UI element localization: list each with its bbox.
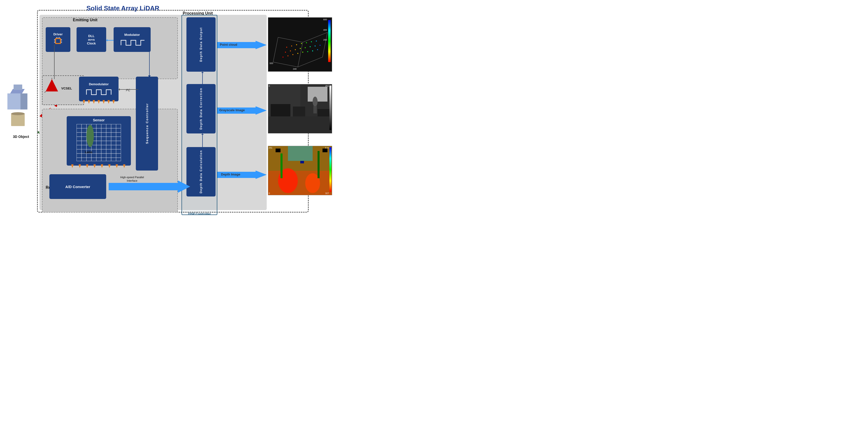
svg-point-40 bbox=[292, 54, 293, 55]
vcsel-line-bot bbox=[44, 91, 46, 93]
cylinder-top bbox=[11, 112, 25, 115]
adc-to-dsp-arrow bbox=[108, 180, 190, 193]
cylinder-body bbox=[11, 114, 25, 126]
axis-label-200: 200 bbox=[323, 38, 327, 41]
sensor-label: Sensor bbox=[93, 118, 104, 122]
demodulator-content: Demodulator bbox=[85, 82, 112, 96]
dsp-internal-arrows2 bbox=[199, 134, 206, 148]
box-side bbox=[21, 93, 27, 110]
sensor-block: Sensor bbox=[67, 116, 131, 166]
driver-vcsel-line bbox=[53, 45, 56, 79]
depth-correction-block: Depth Data Correction bbox=[186, 84, 216, 134]
oa2 bbox=[88, 100, 90, 104]
grayscale-colorbar bbox=[330, 86, 331, 130]
adc-label: A/D Converter bbox=[65, 184, 90, 189]
oa1 bbox=[83, 100, 85, 104]
main-container: Solid State Array LiDAR 3D Object bbox=[2, 2, 432, 214]
demodulator-label: Demodulator bbox=[89, 82, 108, 86]
depth-correction-label: Depth Data Correction bbox=[199, 88, 203, 129]
dsp-internal-arrows bbox=[199, 72, 206, 87]
axis-label-600: 600 bbox=[323, 18, 327, 21]
svg-rect-76 bbox=[281, 153, 282, 178]
lens-shape bbox=[87, 125, 94, 147]
svg-point-50 bbox=[305, 47, 306, 48]
svg-rect-79 bbox=[322, 148, 328, 152]
svg-point-55 bbox=[291, 46, 292, 47]
depth-image-label: Depth Image bbox=[221, 173, 240, 176]
svg-line-37 bbox=[298, 42, 303, 67]
depth-calc-block: Depth Data Calculation bbox=[186, 147, 216, 197]
dll-label: DLL m+n Clock bbox=[87, 34, 96, 45]
sa8 bbox=[123, 164, 125, 168]
depth-label-251: 251 bbox=[269, 147, 272, 149]
depth-calc-label: Depth Data Calculation bbox=[199, 150, 203, 193]
driver-label: Driver bbox=[53, 32, 63, 36]
oa6 bbox=[107, 100, 110, 104]
i2c-arrow bbox=[119, 87, 138, 93]
svg-point-38 bbox=[282, 57, 283, 58]
modulator-label: Modulator bbox=[124, 33, 140, 36]
svg-point-43 bbox=[307, 51, 308, 52]
depth-label-5m: 5 m bbox=[325, 147, 329, 149]
svg-point-47 bbox=[290, 51, 291, 51]
oa5 bbox=[102, 100, 105, 104]
depth-label-0bot: 0 bbox=[269, 192, 270, 195]
svg-rect-65 bbox=[308, 87, 328, 102]
gray-label-0: 0 bbox=[269, 85, 270, 87]
svg-point-52 bbox=[315, 46, 316, 47]
svg-point-46 bbox=[285, 52, 286, 53]
svg-rect-70 bbox=[313, 106, 317, 113]
depth-output-label: Depth Data Output bbox=[199, 27, 203, 62]
depth-svg bbox=[268, 146, 332, 195]
lens-label: Lens bbox=[85, 150, 92, 154]
sa6 bbox=[108, 164, 111, 168]
svg-point-69 bbox=[313, 97, 317, 107]
svg-point-44 bbox=[312, 51, 313, 51]
driver-block: Driver bbox=[46, 27, 70, 52]
svg-point-60 bbox=[316, 40, 317, 41]
up-arrow-2 bbox=[201, 134, 204, 135]
sa1 bbox=[71, 164, 73, 168]
small-box bbox=[13, 85, 22, 90]
svg-point-45 bbox=[317, 49, 318, 50]
svg-point-58 bbox=[306, 42, 307, 43]
sa4 bbox=[93, 164, 96, 168]
green-arrow-8 bbox=[37, 131, 39, 134]
orange-arrows-demod-sensor bbox=[79, 100, 119, 117]
box-front bbox=[7, 93, 21, 110]
svg-point-39 bbox=[287, 55, 288, 56]
sequence-controller-block: Sequence Controller bbox=[136, 77, 158, 171]
svg-point-42 bbox=[302, 52, 303, 53]
svg-line-33 bbox=[322, 32, 328, 57]
svg-rect-80 bbox=[300, 161, 304, 163]
big-arrow-shape bbox=[108, 180, 190, 193]
sa7 bbox=[116, 164, 118, 168]
axis-label-400: 400 bbox=[323, 29, 327, 31]
adc-block: A/D Converter bbox=[50, 174, 106, 199]
svg-point-54 bbox=[286, 47, 287, 48]
mod-to-demod-arrow bbox=[146, 51, 153, 78]
svg-rect-66 bbox=[271, 104, 290, 116]
svg-line-34 bbox=[273, 37, 278, 62]
depth-image: 5 m 251 0 327 bbox=[268, 146, 332, 195]
vcsel-symbol bbox=[44, 78, 59, 93]
grayscale-image: 251 0 bbox=[268, 84, 332, 134]
mod-demod-arrowhead bbox=[148, 76, 151, 78]
oa7 bbox=[112, 100, 115, 104]
emitting-unit-label: Emitting Unit bbox=[73, 18, 97, 22]
sa2 bbox=[79, 164, 81, 168]
axis-label-240: 240 bbox=[293, 68, 297, 70]
grayscale-label: Grayscale Image bbox=[219, 108, 245, 112]
point-cloud-svg bbox=[268, 18, 332, 72]
oa3 bbox=[93, 100, 95, 104]
svg-rect-81 bbox=[288, 146, 313, 161]
sensor-grid-svg bbox=[76, 124, 121, 161]
svg-line-31 bbox=[273, 62, 298, 67]
svg-rect-1 bbox=[56, 39, 60, 43]
demodulator-waveform bbox=[85, 87, 112, 96]
grayscale-svg bbox=[268, 84, 332, 134]
svg-point-53 bbox=[319, 45, 320, 46]
point-cloud-image: 600 400 200 320 240 bbox=[268, 17, 332, 72]
svg-rect-67 bbox=[293, 107, 305, 116]
svg-rect-77 bbox=[317, 151, 319, 178]
